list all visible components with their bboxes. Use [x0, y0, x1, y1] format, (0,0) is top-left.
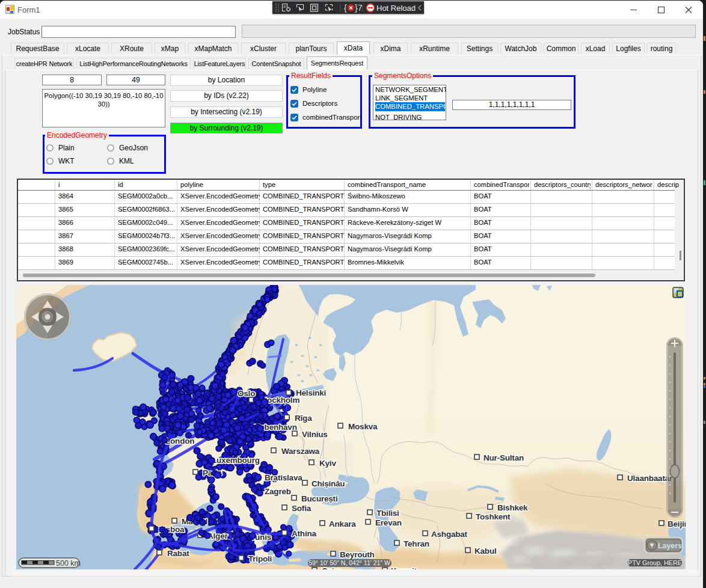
svg-text:Luxembourg: Luxembourg — [212, 456, 260, 465]
svg-text:Zagreb: Zagreb — [265, 487, 291, 496]
svg-text:Ulaanbaatar: Ulaanbaatar — [627, 474, 673, 483]
svg-text:Bratislava: Bratislava — [265, 473, 302, 482]
svg-text:Rabat: Rabat — [167, 549, 189, 558]
svg-text:Oslo: Oslo — [238, 389, 255, 398]
svg-text:Ankara: Ankara — [329, 519, 356, 528]
svg-text:Beyrouth: Beyrouth — [340, 550, 375, 559]
svg-text:București: București — [301, 494, 337, 503]
svg-text:Ashgabat: Ashgabat — [431, 530, 468, 539]
svg-text:Kabul: Kabul — [474, 547, 497, 556]
svg-text:Hot Reload: Hot Reload — [376, 4, 416, 13]
svg-text:London: London — [165, 436, 194, 446]
svg-text:Bishkek: Bishkek — [497, 503, 528, 512]
svg-text:Athina: Athina — [292, 529, 316, 538]
svg-text:Helsinki: Helsinki — [296, 388, 326, 397]
svg-text:500 km: 500 km — [56, 559, 81, 568]
svg-text:Beijing: Beijing — [668, 519, 686, 528]
svg-text:Chișinău: Chișinău — [312, 479, 345, 488]
svg-text:Kyiv: Kyiv — [319, 459, 336, 468]
svg-text:}7: }7 — [355, 3, 363, 13]
svg-text:Vilnius: Vilnius — [302, 430, 328, 439]
svg-text:Tbilisi: Tbilisi — [376, 509, 399, 518]
svg-text:Tehran: Tehran — [404, 539, 429, 548]
svg-text:59° 10′ 50″ N, 042° 11′ 21″ W: 59° 10′ 50″ N, 042° 11′ 21″ W — [308, 559, 390, 566]
svg-text:Moskva: Moskva — [348, 422, 378, 431]
svg-text:Warszawa: Warszawa — [281, 447, 320, 456]
svg-text:PTV Group, HERE: PTV Group, HERE — [628, 559, 682, 566]
svg-text:Sofia: Sofia — [292, 504, 312, 513]
svg-text:Layers: Layers — [658, 542, 682, 550]
svg-text:Tripoli: Tripoli — [248, 554, 272, 563]
svg-text:Toshkent: Toshkent — [476, 512, 511, 521]
svg-text:Rīga: Rīga — [295, 414, 312, 423]
svg-text:{: { — [344, 3, 347, 13]
svg-text:Erevan: Erevan — [375, 518, 402, 527]
svg-text:Nur-Sultan: Nur-Sultan — [483, 453, 524, 462]
